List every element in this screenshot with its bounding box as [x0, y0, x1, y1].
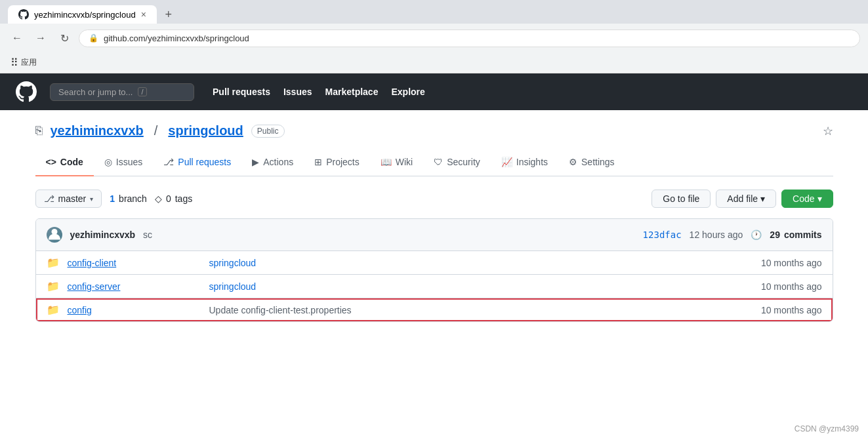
- file-name-config-server[interactable]: config-server: [68, 281, 199, 292]
- nav-marketplace[interactable]: Marketplace: [325, 87, 379, 97]
- branches-link[interactable]: 1 branch: [110, 193, 147, 204]
- file-time-config-server: 10 months ago: [761, 281, 822, 292]
- commit-meta: 123dfac 12 hours ago 🕐 29 commits: [643, 230, 822, 240]
- tab-pull-requests[interactable]: ⎇ Pull requests: [153, 149, 241, 176]
- tab-insights[interactable]: 📈 Insights: [491, 149, 558, 176]
- go-to-file-button[interactable]: Go to file: [651, 190, 711, 208]
- apps-icon: ⠿: [10, 56, 18, 69]
- tab-pull-requests-label: Pull requests: [178, 157, 231, 167]
- tab-actions[interactable]: ▶ Actions: [241, 149, 304, 176]
- tags-icon: ◇: [155, 193, 162, 204]
- tab-close-button[interactable]: ×: [141, 9, 146, 20]
- github-favicon: [18, 9, 29, 20]
- repo-visibility-badge: Public: [251, 125, 285, 138]
- commits-label: commits: [784, 230, 822, 240]
- search-slash: /: [138, 87, 146, 96]
- nav-pull-requests[interactable]: Pull requests: [213, 87, 270, 97]
- files-header: yezhimincxvxb sc 123dfac 12 hours ago 🕐 …: [36, 219, 833, 251]
- wiki-icon: 📖: [381, 157, 392, 167]
- clock-icon: 🕐: [751, 230, 762, 240]
- tab-code-label: Code: [60, 157, 83, 167]
- file-name-config[interactable]: config: [68, 305, 199, 315]
- apps-label: 应用: [21, 57, 37, 68]
- active-tab[interactable]: yezhimincxvxb/springcloud ×: [8, 5, 157, 24]
- new-tab-button[interactable]: +: [159, 5, 178, 24]
- issues-icon: ◎: [104, 157, 112, 167]
- actions-icon: ▶: [252, 157, 259, 167]
- page-content: ⎘ yezhimincxvxb / springcloud Public ☆ <…: [14, 110, 854, 335]
- branch-dropdown[interactable]: ⎇ master ▾: [35, 190, 102, 208]
- add-file-label: Add file: [727, 193, 758, 204]
- tab-actions-label: Actions: [263, 157, 293, 167]
- toolbar-right: Go to file Add file ▾ Code ▾: [651, 190, 833, 208]
- repo-owner[interactable]: yezhimincxvxb: [51, 123, 144, 138]
- file-row: 📁 config-client springcloud 10 months ag…: [36, 251, 833, 275]
- tab-wiki[interactable]: 📖 Wiki: [370, 149, 423, 176]
- tab-issues-label: Issues: [116, 157, 142, 167]
- commit-time: 12 hours ago: [690, 230, 743, 240]
- file-row-config: 📁 config Update config-client-test.prope…: [36, 298, 833, 321]
- branches-label: branch: [119, 193, 147, 204]
- code-button[interactable]: Code ▾: [781, 190, 833, 208]
- commit-sha[interactable]: 123dfac: [643, 230, 682, 240]
- file-desc-config-client: springcloud: [199, 258, 761, 268]
- github-header: Search or jump to... / Pull requests Iss…: [0, 73, 868, 110]
- tab-insights-label: Insights: [516, 157, 548, 167]
- tab-security[interactable]: 🛡 Security: [423, 149, 491, 176]
- tab-settings-label: Settings: [581, 157, 615, 167]
- commits-link[interactable]: 29 commits: [770, 230, 821, 240]
- reload-button[interactable]: ↻: [55, 29, 73, 47]
- tab-issues[interactable]: ◎ Issues: [94, 149, 153, 176]
- tab-projects[interactable]: ⊞ Projects: [304, 149, 370, 176]
- repo-slash: /: [154, 123, 158, 138]
- file-time-config-client: 10 months ago: [761, 258, 822, 268]
- browser-chrome: yezhimincxvxb/springcloud × + ← → ↻ 🔒 gi…: [0, 0, 868, 73]
- branch-dropdown-caret: ▾: [90, 195, 93, 203]
- file-desc-config: Update config-client-test.properties: [199, 305, 761, 315]
- nav-issues[interactable]: Issues: [283, 87, 312, 97]
- search-placeholder: Search or jump to...: [58, 87, 133, 97]
- tab-wiki-label: Wiki: [396, 157, 413, 167]
- forward-button[interactable]: →: [31, 29, 50, 47]
- tags-label: tags: [175, 193, 192, 204]
- avatar: [47, 227, 62, 243]
- address-bar[interactable]: 🔒 github.com/yezhimincxvxb/springcloud: [79, 30, 860, 47]
- folder-icon: 📁: [47, 256, 60, 269]
- code-btn-label: Code: [793, 193, 814, 204]
- code-btn-caret: ▾: [817, 193, 822, 204]
- address-text: github.com/yezhimincxvxb/springcloud: [104, 33, 249, 43]
- repo-name[interactable]: springcloud: [168, 123, 243, 138]
- security-icon: 🛡: [434, 157, 443, 167]
- commit-message: sc: [143, 230, 152, 240]
- add-file-caret: ▾: [760, 193, 765, 204]
- add-file-button[interactable]: Add file ▾: [716, 190, 776, 208]
- tags-count: 0: [166, 193, 171, 204]
- back-button[interactable]: ←: [8, 29, 26, 47]
- search-box[interactable]: Search or jump to... /: [50, 83, 194, 101]
- tab-settings[interactable]: ⚙ Settings: [558, 149, 625, 176]
- branches-count: 1: [110, 193, 115, 204]
- commit-author[interactable]: yezhimincxvxb: [70, 230, 136, 240]
- pull-requests-icon: ⎇: [163, 157, 174, 167]
- tab-security-label: Security: [447, 157, 480, 167]
- branch-icon: ⎇: [44, 193, 54, 204]
- repo-tabs: <> Code ◎ Issues ⎇ Pull requests ▶ Actio…: [35, 149, 833, 176]
- browser-toolbar: ← → ↻ 🔒 github.com/yezhimincxvxb/springc…: [0, 24, 868, 52]
- folder-icon: 📁: [47, 280, 60, 292]
- bookmark-apps[interactable]: ⠿ 应用: [8, 55, 39, 70]
- tags-link[interactable]: ◇ 0 tags: [155, 193, 192, 204]
- tab-code[interactable]: <> Code: [35, 149, 94, 176]
- lock-icon: 🔒: [89, 33, 98, 43]
- star-icon[interactable]: ☆: [823, 124, 833, 138]
- github-logo[interactable]: [16, 81, 37, 102]
- code-icon: <>: [46, 157, 56, 167]
- file-name-config-client[interactable]: config-client: [68, 258, 199, 268]
- tab-projects-label: Projects: [326, 157, 360, 167]
- commits-count: 29: [770, 230, 780, 240]
- branch-name: master: [58, 193, 87, 204]
- settings-icon: ⚙: [569, 157, 577, 167]
- nav-explore[interactable]: Explore: [391, 87, 424, 97]
- insights-icon: 📈: [501, 157, 512, 167]
- repo-header: ⎘ yezhimincxvxb / springcloud Public ☆: [35, 123, 833, 138]
- tab-title: yezhimincxvxb/springcloud: [34, 10, 136, 20]
